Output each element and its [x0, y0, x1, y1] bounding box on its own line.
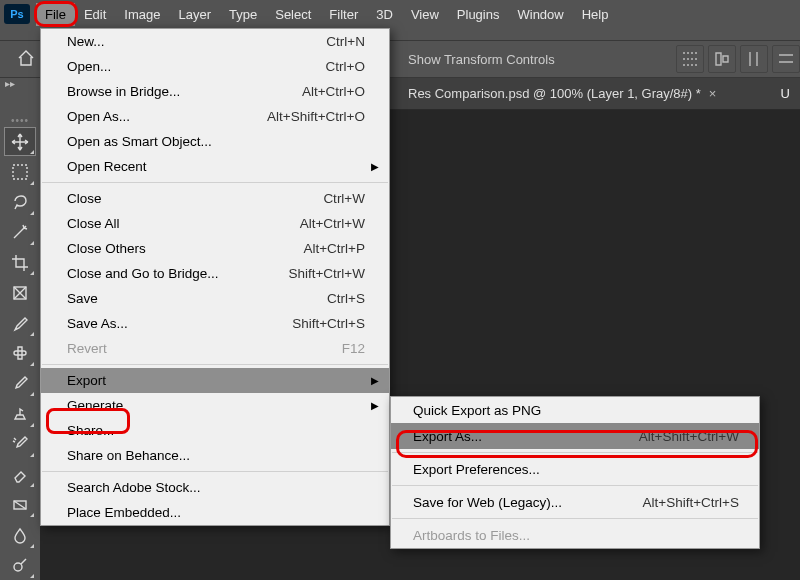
submenu-arrow-icon: ▶ [371, 375, 379, 386]
menu-3d[interactable]: 3D [367, 3, 402, 26]
menu-separator [42, 182, 388, 183]
menu-open-smart-object[interactable]: Open as Smart Object... [41, 129, 389, 154]
file-menu-dropdown: New...Ctrl+N Open...Ctrl+O Browse in Bri… [40, 28, 390, 526]
dodge-tool[interactable] [4, 551, 36, 580]
svg-rect-2 [14, 351, 26, 355]
menu-search-stock[interactable]: Search Adobe Stock... [41, 475, 389, 500]
menu-separator [42, 471, 388, 472]
svg-rect-0 [13, 165, 27, 179]
menu-close-others[interactable]: Close OthersAlt+Ctrl+P [41, 236, 389, 261]
gradient-tool[interactable] [4, 490, 36, 519]
menu-separator [42, 364, 388, 365]
menu-export-as[interactable]: Export As...Alt+Shift+Ctrl+W [391, 423, 759, 449]
export-submenu: Quick Export as PNG Export As...Alt+Shif… [390, 396, 760, 549]
menu-image[interactable]: Image [115, 3, 169, 26]
menu-close-bridge[interactable]: Close and Go to Bridge...Shift+Ctrl+W [41, 261, 389, 286]
menu-export-preferences[interactable]: Export Preferences... [391, 456, 759, 482]
healing-brush-tool[interactable] [4, 339, 36, 368]
align-icon-1[interactable] [676, 45, 704, 73]
menu-close[interactable]: CloseCtrl+W [41, 186, 389, 211]
menu-close-all[interactable]: Close AllAlt+Ctrl+W [41, 211, 389, 236]
menu-window[interactable]: Window [508, 3, 572, 26]
move-tool[interactable] [4, 127, 36, 156]
app-logo: Ps [4, 4, 30, 24]
menu-share[interactable]: Share... [41, 418, 389, 443]
menu-artboards-to-files: Artboards to Files... [391, 522, 759, 548]
document-tab[interactable]: Res Comparison.psd @ 100% (Layer 1, Gray… [408, 86, 716, 101]
menu-new[interactable]: New...Ctrl+N [41, 29, 389, 54]
magic-wand-tool[interactable] [4, 218, 36, 247]
menu-save-as[interactable]: Save As...Shift+Ctrl+S [41, 311, 389, 336]
marquee-tool[interactable] [4, 157, 36, 186]
align-icon-2[interactable] [708, 45, 736, 73]
menu-generate[interactable]: Generate▶ [41, 393, 389, 418]
menu-type[interactable]: Type [220, 3, 266, 26]
blur-tool[interactable] [4, 520, 36, 549]
menu-save-for-web[interactable]: Save for Web (Legacy)...Alt+Shift+Ctrl+S [391, 489, 759, 515]
menu-view[interactable]: View [402, 3, 448, 26]
menu-share-behance[interactable]: Share on Behance... [41, 443, 389, 468]
menu-layer[interactable]: Layer [170, 3, 221, 26]
menu-place-embedded[interactable]: Place Embedded... [41, 500, 389, 525]
menu-revert: RevertF12 [41, 336, 389, 361]
home-icon[interactable] [16, 48, 36, 71]
menu-open-recent[interactable]: Open Recent▶ [41, 154, 389, 179]
menu-open-as[interactable]: Open As...Alt+Shift+Ctrl+O [41, 104, 389, 129]
menu-save[interactable]: SaveCtrl+S [41, 286, 389, 311]
menu-filter[interactable]: Filter [320, 3, 367, 26]
frame-tool[interactable] [4, 278, 36, 307]
align-icon-3[interactable] [740, 45, 768, 73]
document-tab-title: Res Comparison.psd @ 100% (Layer 1, Gray… [408, 86, 701, 101]
menu-open[interactable]: Open...Ctrl+O [41, 54, 389, 79]
menubar: Ps File Edit Image Layer Type Select Fil… [0, 0, 800, 28]
close-tab-icon[interactable]: × [709, 86, 717, 101]
menu-select[interactable]: Select [266, 3, 320, 26]
menu-edit[interactable]: Edit [75, 3, 115, 26]
menu-file[interactable]: File [36, 3, 75, 26]
eraser-tool[interactable] [4, 460, 36, 489]
menu-export[interactable]: Export▶ [41, 368, 389, 393]
crop-tool[interactable] [4, 248, 36, 277]
menu-separator [392, 518, 758, 519]
submenu-arrow-icon: ▶ [371, 161, 379, 172]
menu-help[interactable]: Help [573, 3, 618, 26]
options-transform-label: Show Transform Controls [408, 52, 555, 67]
menu-quick-export-png[interactable]: Quick Export as PNG [391, 397, 759, 423]
lasso-tool[interactable] [4, 188, 36, 217]
history-brush-tool[interactable] [4, 430, 36, 459]
brush-tool[interactable] [4, 369, 36, 398]
submenu-arrow-icon: ▶ [371, 400, 379, 411]
panel-expand-icon[interactable]: ▸▸ [0, 78, 40, 96]
align-icon-4[interactable] [772, 45, 800, 73]
menu-plugins[interactable]: Plugins [448, 3, 509, 26]
eyedropper-tool[interactable] [4, 309, 36, 338]
menu-separator [392, 452, 758, 453]
menu-separator [392, 485, 758, 486]
menu-browse-bridge[interactable]: Browse in Bridge...Alt+Ctrl+O [41, 79, 389, 104]
svg-point-4 [14, 563, 22, 571]
toolbar: •••• [0, 110, 40, 580]
toolbar-drag-icon[interactable]: •••• [4, 116, 36, 124]
tab-overflow-label: U [781, 86, 790, 101]
clone-stamp-tool[interactable] [4, 399, 36, 428]
